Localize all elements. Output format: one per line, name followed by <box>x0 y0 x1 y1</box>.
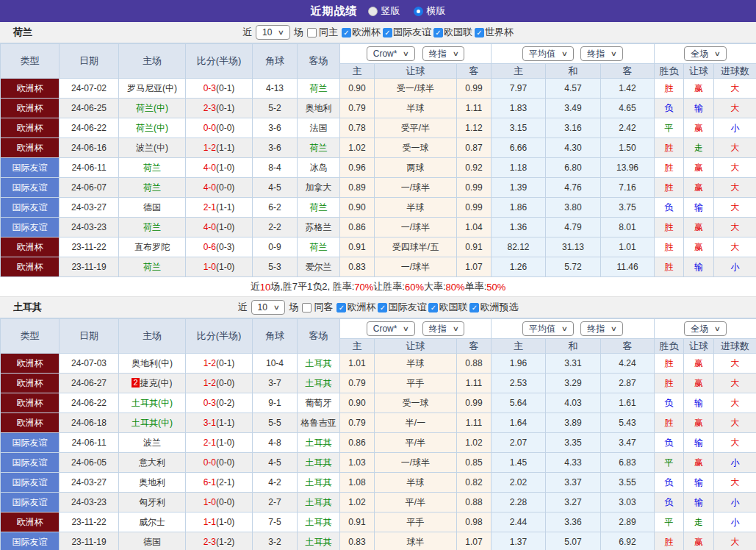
score-cell: 3-1(1-1) <box>186 413 253 433</box>
away-team-cell: 法国 <box>298 118 340 138</box>
avg-home-cell: 1.45 <box>492 453 546 473</box>
odds-home-cell: 0.83 <box>340 532 375 550</box>
avg-away-cell: 13.96 <box>601 158 655 178</box>
home-team-cell: 罗马尼亚(中) <box>119 79 186 99</box>
away-team-cell: 土耳其 <box>298 354 340 374</box>
odds-home-cell: 1.02 <box>340 138 375 158</box>
average-select[interactable]: 平均值∨ <box>522 46 574 61</box>
avg-draw-cell: 3.29 <box>546 374 601 393</box>
chevron-down-icon: ∨ <box>561 323 568 335</box>
goals-cell: 小 <box>714 453 756 473</box>
checkbox-checked-icon: ✓ <box>433 28 443 38</box>
same-home-checkbox[interactable]: 同主 <box>307 26 338 39</box>
date-cell: 24-06-07 <box>60 178 119 198</box>
league-filter-checkbox[interactable]: ✓国际友谊 <box>383 26 431 39</box>
col-date: 日期 <box>60 44 119 79</box>
checkbox-checked-icon: ✓ <box>475 28 484 38</box>
col-odds-away: 客 <box>457 64 492 79</box>
goals-cell: 大 <box>714 354 756 374</box>
league-filter-checkbox[interactable]: ✓欧国联 <box>428 301 467 314</box>
odds-away-cell: 0.87 <box>457 138 492 158</box>
odds-company-select[interactable]: Crow*∨ <box>367 46 415 61</box>
same-away-checkbox[interactable]: 同客 <box>302 301 333 314</box>
match-scope-select[interactable]: 全场∨ <box>684 46 727 61</box>
odds-away-cell: 1.07 <box>457 257 492 277</box>
away-team-cell: 土耳其 <box>298 374 340 393</box>
col-goals: 进球数 <box>714 64 756 79</box>
handicap-result-cell: 赢 <box>684 79 714 99</box>
chevron-down-icon: ∨ <box>273 301 280 313</box>
result-cell: 胜 <box>655 413 684 433</box>
avg-away-cell: 7.16 <box>601 178 655 198</box>
league-cell: 欧洲杯 <box>1 138 60 158</box>
odds-handicap-cell: 两球 <box>375 158 457 178</box>
date-cell: 23-11-22 <box>60 238 119 257</box>
goals-cell: 小 <box>714 493 756 512</box>
average-select[interactable]: 平均值∨ <box>522 321 574 336</box>
avg-home-cell: 6.66 <box>492 138 546 158</box>
horizontal-layout-radio[interactable]: 横版 <box>414 4 446 18</box>
odds-time-select[interactable]: 终指∨ <box>422 321 465 336</box>
filter-controls: 近 10∨ 场 同主 ✓欧洲杯✓国际友谊✓欧国联✓世界杯 <box>242 25 514 40</box>
league-filter-checkbox[interactable]: ✓欧洲杯 <box>342 26 381 39</box>
col-away: 客场 <box>298 319 340 354</box>
date-cell: 24-06-25 <box>60 99 119 118</box>
match-count-select[interactable]: 10∨ <box>251 300 286 315</box>
score-cell: 2-1(1-0) <box>186 433 253 453</box>
odds-away-cell: 0.99 <box>457 198 492 218</box>
odds-home-cell: 0.90 <box>340 198 375 218</box>
result-cell: 胜 <box>655 218 684 238</box>
match-scope-select[interactable]: 全场∨ <box>684 321 727 336</box>
corner-cell: 2-2 <box>253 218 298 238</box>
match-row: 国际友谊24-03-27奥地利6-1(2-1)4-2土耳其1.08半球0.822… <box>1 473 756 493</box>
away-team-cell: 冰岛 <box>298 158 340 178</box>
home-team-cell: 荷兰 <box>119 218 186 238</box>
average-time-select[interactable]: 终指∨ <box>580 46 623 61</box>
score-cell: 1-2(1-1) <box>186 138 253 158</box>
vertical-layout-radio[interactable]: 竖版 <box>368 4 400 18</box>
league-filter-checkbox[interactable]: ✓欧国联 <box>433 26 472 39</box>
filter-near-label: 近 <box>238 301 248 314</box>
avg-draw-cell: 3.89 <box>546 413 601 433</box>
chevron-down-icon: ∨ <box>714 323 721 335</box>
avg-draw-cell: 4.79 <box>546 218 601 238</box>
away-team-cell: 苏格兰 <box>298 218 340 238</box>
odds-handicap-cell: 受四球半/五 <box>375 238 457 257</box>
odds-handicap-cell: 平手 <box>375 374 457 393</box>
avg-draw-cell: 3.36 <box>546 512 601 532</box>
league-filter-checkbox[interactable]: ✓欧洲预选 <box>469 301 518 314</box>
league-cell: 欧洲杯 <box>1 413 60 433</box>
date-cell: 24-06-22 <box>60 118 119 138</box>
league-filter-checkbox[interactable]: ✓欧洲杯 <box>336 301 375 314</box>
goals-cell: 大 <box>714 413 756 433</box>
league-cell: 国际友谊 <box>1 493 60 512</box>
average-time-select[interactable]: 终指∨ <box>580 321 623 336</box>
goals-cell: 大 <box>714 218 756 238</box>
odds-company-select[interactable]: Crow*∨ <box>367 321 415 336</box>
league-filter-checkbox[interactable]: ✓世界杯 <box>475 26 514 39</box>
away-team-cell: 土耳其 <box>298 433 340 453</box>
match-count-select[interactable]: 10∨ <box>256 25 290 40</box>
corner-cell: 5-2 <box>253 99 298 118</box>
col-home: 主场 <box>119 44 186 79</box>
away-team-cell: 土耳其 <box>298 493 340 512</box>
avg-away-cell: 2.87 <box>601 374 655 393</box>
team-name: 荷兰 <box>13 26 32 39</box>
chevron-down-icon: ∨ <box>561 48 568 60</box>
avg-draw-cell: 3.49 <box>546 99 601 118</box>
match-row: 国际友谊24-03-23荷兰4-0(1-0)2-2苏格兰0.86一/球半1.04… <box>1 218 756 238</box>
col-home: 主场 <box>119 319 186 354</box>
league-filter-checkbox[interactable]: ✓国际友谊 <box>378 301 426 314</box>
chevron-down-icon: ∨ <box>403 48 409 60</box>
odds-away-cell: 1.11 <box>457 99 492 118</box>
date-cell: 24-03-27 <box>60 198 119 218</box>
col-corner: 角球 <box>253 44 298 79</box>
odds-time-select[interactable]: 终指∨ <box>422 46 465 61</box>
date-cell: 24-06-18 <box>60 413 119 433</box>
handicap-result-cell: 赢 <box>684 453 714 473</box>
section-header-turkey: 土耳其 近 10∨ 场 同客 ✓欧洲杯✓国际友谊✓欧国联✓欧洲预选 <box>0 297 756 318</box>
league-cell: 国际友谊 <box>1 198 60 218</box>
corner-cell: 4-8 <box>253 433 298 453</box>
odds-home-cell: 0.79 <box>340 374 375 393</box>
netherlands-results-table: 类型 日期 主场 比分(半场) 角球 客场 Crow*∨ 终指∨ 平均值∨ 终指… <box>0 43 756 277</box>
